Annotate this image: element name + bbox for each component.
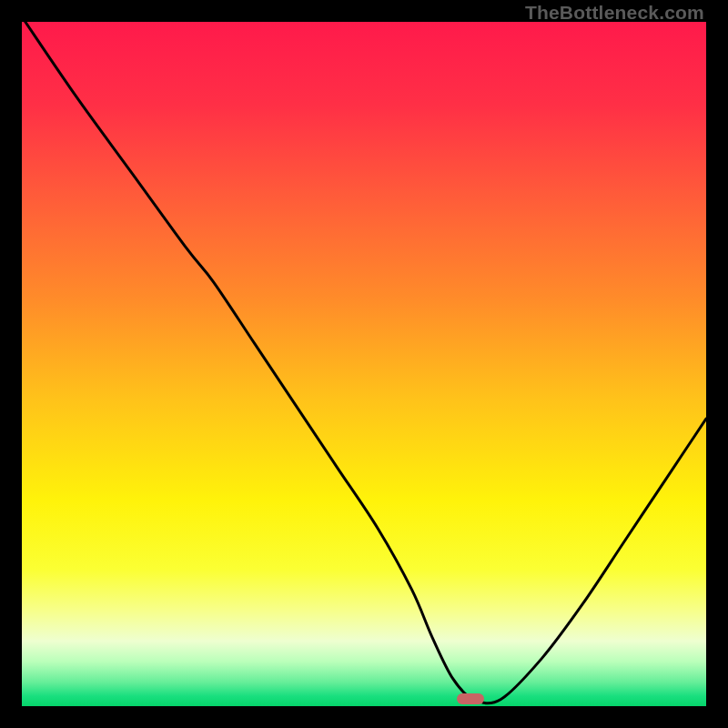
watermark-text: TheBottleneck.com — [525, 2, 704, 24]
chart-frame: TheBottleneck.com — [0, 0, 728, 728]
plot-area — [22, 22, 706, 706]
optimal-marker — [457, 693, 484, 704]
bottleneck-curve — [22, 22, 706, 706]
